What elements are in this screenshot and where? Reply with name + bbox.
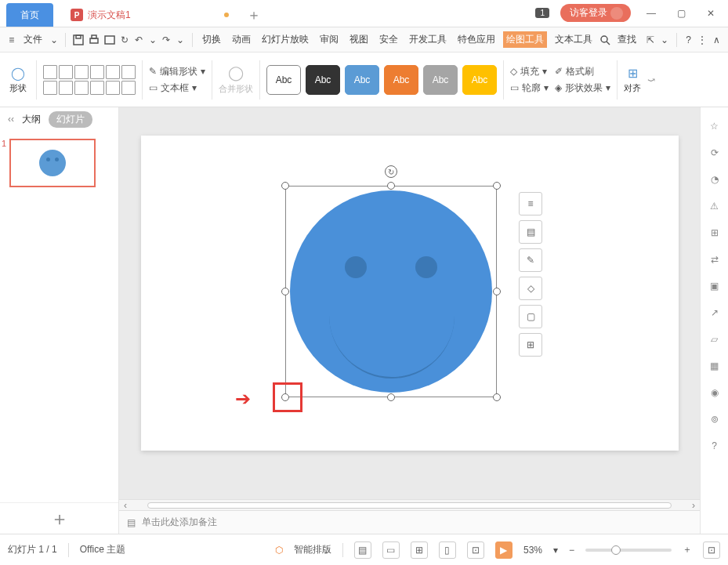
login-button[interactable]: 访客登录 <box>560 4 631 22</box>
tab-special[interactable]: 特色应用 <box>455 31 498 48</box>
shape-style-0[interactable]: Abc <box>266 65 301 95</box>
search-label[interactable]: 查找 <box>614 31 639 48</box>
file-menu[interactable]: 文件 <box>20 31 45 48</box>
notes-pane[interactable]: ▤ 单击此处添加备注 <box>119 510 700 534</box>
slide-canvas[interactable]: ↻ ≡▤✎◇▢⊞ ➔ <box>141 136 679 451</box>
smart-layout-icon[interactable]: ⬡ <box>275 545 283 556</box>
fill-button[interactable]: ◇填充▾ <box>510 65 549 78</box>
side-tool-10[interactable]: ◉ <box>707 385 723 400</box>
slide-thumbnail[interactable]: 1 <box>9 139 109 187</box>
side-tool-0[interactable]: ☆ <box>707 118 723 134</box>
print-icon[interactable] <box>88 33 100 47</box>
slides-tab[interactable]: 幻灯片 <box>49 111 92 128</box>
resize-handle-bc[interactable] <box>387 393 395 401</box>
context-tool-4[interactable]: ▢ <box>519 305 542 328</box>
side-tool-6[interactable]: ▣ <box>707 278 723 294</box>
slide-editor[interactable]: ↻ ≡▤✎◇▢⊞ ➔ <box>119 107 700 534</box>
share-icon[interactable]: ⇱ <box>646 33 657 47</box>
notes-view-button[interactable]: ▤ <box>354 541 371 559</box>
undo-icon[interactable]: ↶ <box>133 33 144 47</box>
horizontal-scrollbar[interactable]: ‹ › <box>119 499 700 510</box>
zoom-in-button[interactable]: ＋ <box>683 543 692 556</box>
resize-handle-tc[interactable] <box>387 182 395 190</box>
tab-view[interactable]: 视图 <box>346 31 371 48</box>
side-tool-7[interactable]: ↗ <box>707 305 723 321</box>
smiley-shape[interactable] <box>290 190 492 393</box>
hamburger-icon[interactable]: ≡ <box>6 33 17 47</box>
resize-handle-br[interactable] <box>493 393 501 401</box>
zoom-slider[interactable] <box>585 549 672 552</box>
slideshow-view-button[interactable]: ⊡ <box>467 541 484 559</box>
sorter-view-button[interactable]: ⊞ <box>411 541 428 559</box>
search-icon[interactable] <box>599 33 611 47</box>
selected-shape[interactable]: ↻ ≡▤✎◇▢⊞ <box>285 186 497 397</box>
chevron-down-icon[interactable]: ⌄ <box>175 33 186 47</box>
context-tool-1[interactable]: ▤ <box>519 220 542 244</box>
context-tool-3[interactable]: ◇ <box>519 277 542 300</box>
side-tool-11[interactable]: ⊚ <box>707 411 723 427</box>
tab-security[interactable]: 安全 <box>376 31 401 48</box>
more-ribbon-icon[interactable]: ⤻ <box>647 74 655 85</box>
play-button[interactable]: ▶ <box>495 541 512 559</box>
minimize-button[interactable]: — <box>642 4 661 23</box>
shape-style-3[interactable]: Abc <box>384 65 418 95</box>
tab-text-tools[interactable]: 文本工具 <box>552 31 596 48</box>
context-tool-5[interactable]: ⊞ <box>519 333 542 357</box>
reading-view-button[interactable]: ▯ <box>439 541 456 559</box>
tab-home[interactable]: 首页 <box>6 3 53 27</box>
tab-drawing-tools[interactable]: 绘图工具 <box>503 31 547 48</box>
add-slide-button[interactable]: ＋ <box>0 502 118 534</box>
rotate-handle[interactable]: ↻ <box>385 165 397 178</box>
edit-shape-button[interactable]: ✎编辑形状▾ <box>149 65 205 78</box>
notif-badge[interactable]: 1 <box>535 8 549 18</box>
save-icon[interactable] <box>72 33 85 47</box>
side-tool-1[interactable]: ⟳ <box>707 145 723 161</box>
outline-button[interactable]: ▭轮廓▾ <box>510 81 549 95</box>
shape-style-2[interactable]: Abc <box>345 65 379 95</box>
tab-slideshow[interactable]: 幻灯片放映 <box>259 31 312 48</box>
side-tool-5[interactable]: ⇄ <box>707 252 723 267</box>
tab-anim[interactable]: 动画 <box>229 31 254 48</box>
shape-dropdown[interactable]: ◯ 形状 <box>6 66 30 94</box>
side-tool-12[interactable]: ? <box>707 438 723 454</box>
print-preview-icon[interactable] <box>103 33 116 47</box>
tab-document[interactable]: P 演示文稿1 <box>56 3 237 27</box>
side-tool-2[interactable]: ◔ <box>707 172 723 187</box>
expand-icon[interactable]: ∧ <box>711 33 722 47</box>
tab-review[interactable]: 审阅 <box>317 31 342 48</box>
collapse-ribbon-icon[interactable]: ⌄ <box>659 33 670 47</box>
format-painter-button[interactable]: ✐格式刷 <box>555 65 610 78</box>
context-tool-2[interactable]: ✎ <box>519 248 542 272</box>
resize-handle-mr[interactable] <box>493 288 501 295</box>
shape-gallery[interactable] <box>43 65 136 95</box>
shape-effects-button[interactable]: ◈形状效果▾ <box>555 81 610 95</box>
side-tool-3[interactable]: ⚠ <box>707 198 723 214</box>
smart-layout-button[interactable]: 智能排版 <box>294 543 331 556</box>
textbox-button[interactable]: ▭文本框▾ <box>149 81 205 95</box>
zoom-knob[interactable] <box>611 545 621 555</box>
more-icon[interactable]: ⋮ <box>697 33 708 47</box>
redo-icon[interactable]: ↷ <box>161 33 172 47</box>
side-tool-9[interactable]: ▦ <box>707 358 723 374</box>
chevron-down-icon[interactable]: ⌄ <box>147 33 158 47</box>
shape-style-5[interactable]: Abc <box>462 65 497 95</box>
shape-style-1[interactable]: Abc <box>306 65 340 95</box>
resize-handle-tr[interactable] <box>493 182 501 190</box>
outline-tab[interactable]: 大纲 <box>22 113 41 126</box>
shape-style-4[interactable]: Abc <box>423 65 458 95</box>
zoom-out-button[interactable]: − <box>569 545 574 556</box>
side-tool-8[interactable]: ▱ <box>707 331 723 347</box>
help-icon[interactable]: ? <box>683 33 694 47</box>
side-tool-4[interactable]: ⊞ <box>707 225 723 241</box>
chevron-down-icon[interactable]: ⌄ <box>49 33 60 47</box>
zoom-value[interactable]: 53% <box>523 545 542 556</box>
close-button[interactable]: ✕ <box>701 4 720 23</box>
scroll-right-icon[interactable]: › <box>687 500 700 511</box>
refresh-icon[interactable]: ↻ <box>119 33 130 47</box>
new-tab-button[interactable]: ＋ <box>240 3 268 27</box>
resize-handle-tl[interactable] <box>281 182 289 190</box>
fit-button[interactable]: ⊡ <box>703 541 720 559</box>
normal-view-button[interactable]: ▭ <box>382 541 400 559</box>
context-tool-0[interactable]: ≡ <box>519 192 542 215</box>
collapse-panel-icon[interactable]: ‹‹ <box>8 114 14 125</box>
